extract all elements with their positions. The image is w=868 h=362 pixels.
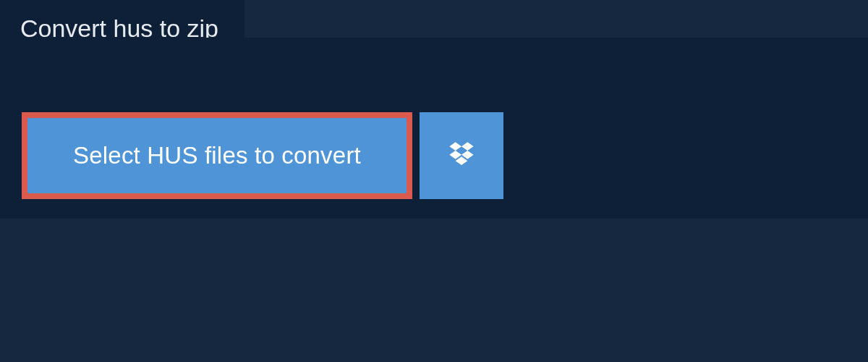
action-button-row: Select HUS files to convert [22,112,503,199]
select-files-label: Select HUS files to convert [73,142,361,169]
select-files-button[interactable]: Select HUS files to convert [22,112,412,199]
dropbox-icon [447,140,476,172]
dropbox-source-button[interactable] [420,112,503,199]
